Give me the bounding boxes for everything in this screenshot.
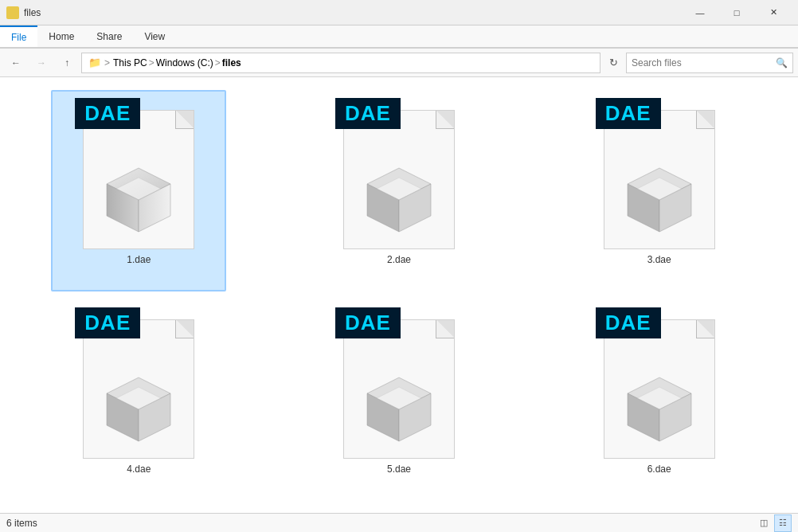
- file-name: 1.dae: [127, 254, 151, 265]
- file-name: 2.dae: [387, 254, 411, 265]
- dae-badge: DAE: [75, 307, 140, 338]
- dae-badge: DAE: [596, 98, 661, 129]
- search-box: 🔍: [626, 53, 793, 73]
- file-grid: DAE: [0, 77, 798, 513]
- cube-icon: [620, 370, 699, 449]
- refresh-button[interactable]: ↻: [604, 53, 623, 72]
- list-item[interactable]: DAE 6.dae: [572, 299, 747, 501]
- file-icon-2: DAE: [335, 98, 463, 249]
- file-name: 3.dae: [647, 254, 671, 265]
- window-title: files: [24, 7, 41, 18]
- cube-icon: [359, 160, 439, 240]
- file-icon-3: DAE: [596, 98, 723, 249]
- search-input[interactable]: [632, 57, 773, 68]
- app-icon: [6, 6, 19, 19]
- cube-icon: [99, 370, 178, 449]
- search-icon: 🔍: [776, 57, 788, 68]
- item-count: 6 items: [6, 518, 37, 529]
- list-item[interactable]: DAE 4.dae: [51, 299, 226, 501]
- list-item[interactable]: DAE 5.dae: [311, 299, 487, 501]
- ribbon: File Home Share View: [0, 25, 798, 49]
- address-row: ← → ↑ 📁 > This PC > Windows (C:) > files…: [0, 49, 798, 77]
- dae-badge: DAE: [335, 98, 401, 129]
- content-area: DAE: [0, 77, 798, 513]
- details-view-button[interactable]: ☷: [774, 514, 792, 532]
- dae-badge: DAE: [596, 307, 661, 338]
- close-button[interactable]: ✕: [755, 0, 792, 25]
- file-icon-4: DAE: [75, 307, 202, 459]
- file-icon-5: DAE: [335, 307, 463, 459]
- file-name: 6.dae: [647, 464, 671, 475]
- address-pc: 📁: [88, 57, 101, 68]
- status-bar: 6 items ◫ ☷: [0, 513, 798, 532]
- tab-home[interactable]: Home: [37, 25, 85, 47]
- forward-button[interactable]: →: [30, 52, 53, 74]
- tab-share[interactable]: Share: [85, 25, 133, 47]
- list-item[interactable]: DAE: [51, 90, 226, 291]
- back-button[interactable]: ←: [5, 52, 27, 74]
- list-item[interactable]: DAE 3.dae: [572, 90, 747, 291]
- dae-badge: DAE: [75, 98, 140, 129]
- title-bar: files — □ ✕: [0, 0, 798, 25]
- tab-view[interactable]: View: [133, 25, 176, 47]
- file-name: 5.dae: [387, 464, 411, 475]
- address-folder: files: [222, 57, 241, 68]
- cube-icon: [620, 160, 699, 240]
- tab-file[interactable]: File: [0, 25, 37, 47]
- address-drive: Windows (C:): [156, 57, 213, 68]
- maximize-button[interactable]: □: [718, 0, 755, 25]
- up-button[interactable]: ↑: [56, 52, 78, 74]
- address-bar[interactable]: 📁 > This PC > Windows (C:) > files: [81, 53, 600, 73]
- file-name: 4.dae: [127, 464, 151, 475]
- dae-badge: DAE: [335, 307, 401, 338]
- file-icon-6: DAE: [596, 307, 723, 459]
- ribbon-tabs: File Home Share View: [0, 25, 798, 48]
- list-item[interactable]: DAE 2.dae: [311, 90, 487, 291]
- cube-icon: [359, 370, 439, 449]
- large-icons-view-button[interactable]: ◫: [755, 514, 773, 532]
- view-buttons: ◫ ☷: [755, 514, 792, 532]
- cube-icon: [99, 160, 178, 240]
- window-controls: — □ ✕: [682, 0, 792, 25]
- address-thispc: This PC: [113, 57, 147, 68]
- file-icon-1: DAE: [75, 98, 202, 249]
- minimize-button[interactable]: —: [682, 0, 718, 25]
